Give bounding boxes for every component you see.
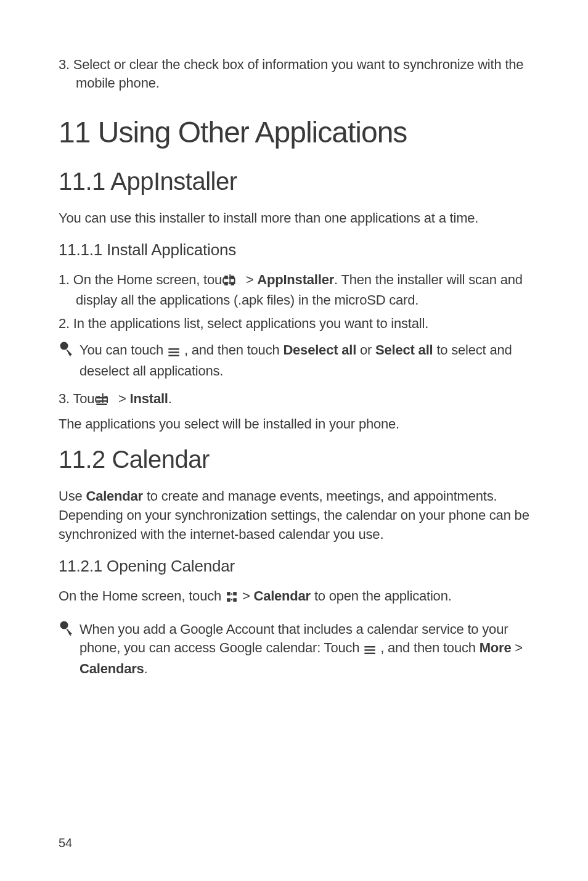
tip1-b: , and then touch (184, 342, 284, 358)
section-11-2-1-heading: 11.2.1 Opening Calendar (59, 557, 529, 576)
s2s1-line-a: On the Home screen, touch (59, 588, 225, 604)
tip1-bold1: Deselect all (283, 342, 356, 358)
step-1-bold: AppInstaller (257, 272, 334, 287)
section-11-1-1-heading: 11.1.1 Install Applications (59, 240, 529, 260)
s2s1-line-b: > (242, 588, 254, 604)
apps-icon (226, 589, 237, 608)
section-11-2-heading: 11.2 Calendar (59, 446, 529, 473)
tip1-a: You can touch (80, 342, 167, 358)
step-3: 3. Touch > Install. (59, 390, 529, 410)
tip-block-1: You can touch , and then touch Deselect … (59, 341, 529, 381)
chapter-heading: 11 Using Other Applications (59, 115, 529, 149)
section-11-1-heading: 11.1 AppInstaller (59, 168, 529, 195)
tip2-bold1: More (480, 640, 512, 655)
s2s1-line-bold: Calendar (253, 588, 311, 604)
section-11-1-intro: You can use this installer to install mo… (59, 209, 529, 228)
step-2: 2. In the applications list, select appl… (59, 314, 529, 333)
tip1-c: or (356, 342, 375, 358)
section-11-1-1-outro: The applications you select will be inst… (59, 415, 529, 434)
s2-intro-a: Use (59, 488, 86, 504)
section-11-2-1-line: On the Home screen, touch > Calendar to … (59, 587, 529, 608)
s2-intro-bold: Calendar (86, 488, 143, 504)
menu-icon (168, 343, 179, 362)
intro-step-3: 3. Select or clear the check box of info… (59, 55, 529, 92)
step-1-text-b: > (246, 272, 258, 287)
tip2-c: > (511, 640, 523, 655)
tip1-bold2: Select all (375, 342, 433, 358)
tip-block-2: When you add a Google Account that inclu… (59, 620, 529, 679)
step-3-bold: Install (130, 391, 168, 406)
tip-icon (59, 621, 76, 638)
tip2-bold2: Calendars (80, 661, 144, 676)
menu-icon (364, 641, 375, 660)
page-number: 54 (59, 836, 72, 850)
tip2-b: , and then touch (380, 640, 480, 655)
tip-icon (59, 342, 76, 359)
s2s1-line-c: to open the application. (311, 588, 452, 604)
tip2-d: . (144, 661, 148, 676)
step-3-c: . (168, 391, 172, 406)
step-3-b: > (118, 391, 130, 406)
section-11-2-intro: Use Calendar to create and manage events… (59, 487, 529, 544)
step-1: 1. On the Home screen, touch > AppInstal… (59, 271, 529, 309)
step-1-text-a: 1. On the Home screen, touch (59, 272, 240, 287)
